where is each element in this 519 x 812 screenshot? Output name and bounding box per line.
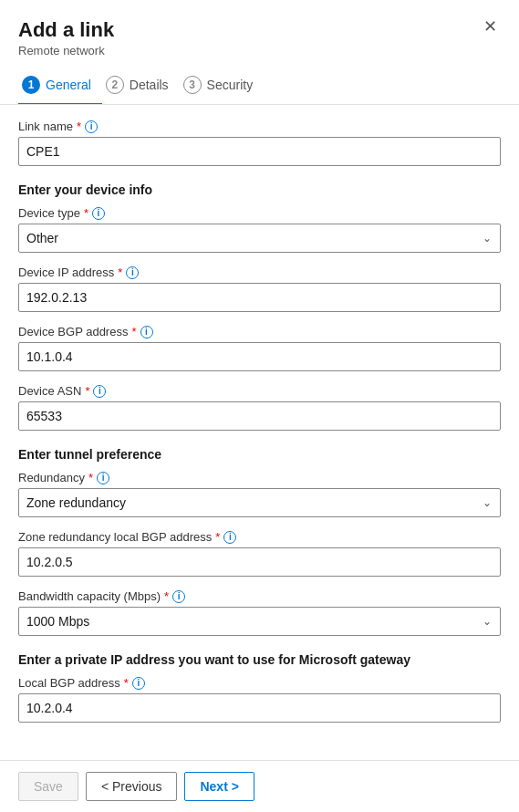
device-type-info-icon[interactable]: i <box>92 207 105 220</box>
device-asn-required: * <box>85 384 89 398</box>
device-type-select[interactable]: Other Cisco Palo Alto Fortinet <box>18 224 501 253</box>
device-type-group: Device type * i Other Cisco Palo Alto Fo… <box>18 206 501 253</box>
tab-details-label: Details <box>130 78 169 92</box>
next-button[interactable]: Next > <box>184 772 254 801</box>
local-bgp-input[interactable] <box>18 693 501 723</box>
dialog-footer: Save < Previous Next > <box>0 760 519 812</box>
local-bgp-info-icon[interactable]: i <box>132 677 145 690</box>
tab-security-label: Security <box>207 78 254 92</box>
dialog-title: Add a link <box>18 18 501 42</box>
device-type-required: * <box>84 206 88 220</box>
tab-general[interactable]: 1 General <box>18 68 102 105</box>
device-type-label: Device type * i <box>18 206 501 220</box>
device-type-select-wrap: Other Cisco Palo Alto Fortinet ⌄ <box>18 224 501 253</box>
local-bgp-label: Local BGP address * i <box>18 676 501 690</box>
redundancy-required: * <box>88 471 93 484</box>
tab-security[interactable]: 3 Security <box>180 68 265 105</box>
link-name-required: * <box>77 120 81 133</box>
link-name-group: Link name * i <box>18 120 501 166</box>
device-ip-required: * <box>118 265 122 279</box>
tab-general-label: General <box>46 78 91 92</box>
device-asn-label: Device ASN * i <box>18 384 501 398</box>
zone-bgp-required: * <box>215 530 220 544</box>
zone-bgp-info-icon[interactable]: i <box>223 531 236 544</box>
dialog-subtitle: Remote network <box>18 44 501 57</box>
tab-general-number: 1 <box>22 76 40 94</box>
device-bgp-info-icon[interactable]: i <box>140 326 153 338</box>
bandwidth-group: Bandwidth capacity (Mbps) * i 500 Mbps 1… <box>18 589 501 636</box>
device-bgp-label: Device BGP address * i <box>18 325 501 338</box>
bandwidth-select[interactable]: 500 Mbps 1000 Mbps 2000 Mbps 5000 Mbps <box>18 607 501 636</box>
link-name-input[interactable] <box>18 137 501 166</box>
redundancy-label: Redundancy * i <box>18 471 501 484</box>
device-ip-input[interactable] <box>18 283 501 312</box>
device-asn-info-icon[interactable]: i <box>93 385 106 398</box>
tab-details[interactable]: 2 Details <box>102 68 180 105</box>
tunnel-heading: Enter tunnel preference <box>18 447 501 462</box>
device-asn-input[interactable] <box>18 401 501 431</box>
close-button[interactable]: ✕ <box>478 16 503 36</box>
link-name-label: Link name * i <box>18 120 501 133</box>
device-info-heading: Enter your device info <box>18 182 501 197</box>
local-bgp-group: Local BGP address * i <box>18 676 501 723</box>
redundancy-info-icon[interactable]: i <box>97 472 109 484</box>
local-bgp-required: * <box>124 676 129 690</box>
bandwidth-required: * <box>164 589 169 603</box>
device-bgp-group: Device BGP address * i <box>18 325 501 371</box>
zone-bgp-label: Zone redundancy local BGP address * i <box>18 530 501 544</box>
bandwidth-label: Bandwidth capacity (Mbps) * i <box>18 589 501 603</box>
dialog-header: Add a link Remote network ✕ <box>0 0 519 57</box>
device-bgp-required: * <box>131 325 136 338</box>
tabs-container: 1 General 2 Details 3 Security <box>0 57 519 104</box>
private-ip-heading: Enter a private IP address you want to u… <box>18 652 501 667</box>
tab-details-number: 2 <box>106 76 124 94</box>
device-bgp-input[interactable] <box>18 342 501 371</box>
device-ip-info-icon[interactable]: i <box>126 266 139 279</box>
tab-security-number: 3 <box>183 76 202 94</box>
add-link-dialog: Add a link Remote network ✕ 1 General 2 … <box>0 0 519 812</box>
zone-bgp-input[interactable] <box>18 547 501 577</box>
redundancy-group: Redundancy * i Zone redundancy No redund… <box>18 471 501 517</box>
bandwidth-select-wrap: 500 Mbps 1000 Mbps 2000 Mbps 5000 Mbps ⌄ <box>18 607 501 636</box>
device-asn-group: Device ASN * i <box>18 384 501 431</box>
zone-bgp-group: Zone redundancy local BGP address * i <box>18 530 501 577</box>
previous-button[interactable]: < Previous <box>86 772 178 801</box>
device-ip-group: Device IP address * i <box>18 265 501 312</box>
redundancy-select[interactable]: Zone redundancy No redundancy <box>18 488 501 517</box>
device-ip-label: Device IP address * i <box>18 265 501 279</box>
bandwidth-info-icon[interactable]: i <box>172 590 185 603</box>
dialog-content: Link name * i Enter your device info Dev… <box>0 105 519 760</box>
redundancy-select-wrap: Zone redundancy No redundancy ⌄ <box>18 488 501 517</box>
link-name-info-icon[interactable]: i <box>85 120 98 133</box>
save-button[interactable]: Save <box>18 772 78 801</box>
